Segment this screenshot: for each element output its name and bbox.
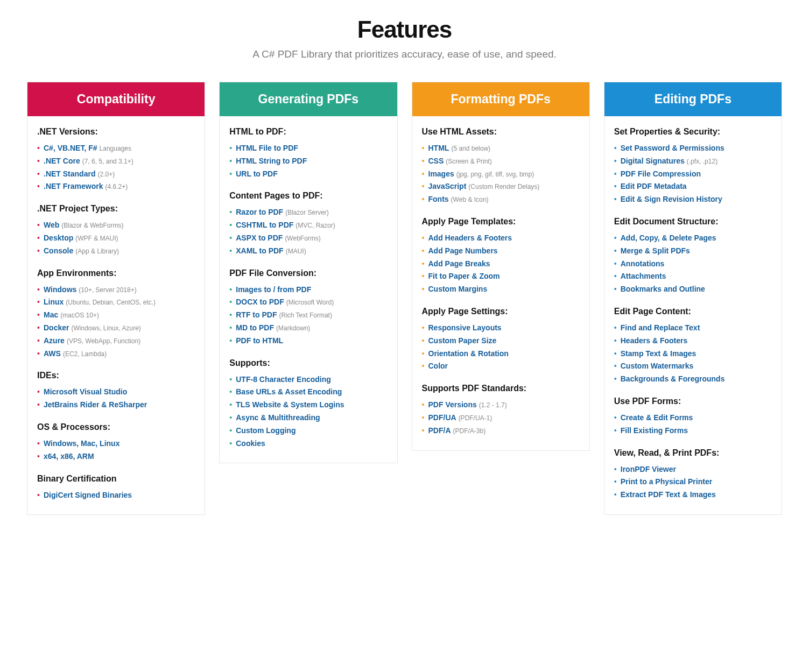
list-item: Razor to PDF(Blazor Server) [229,206,387,219]
feature-link[interactable]: Custom Watermarks [621,362,694,370]
feature-link[interactable]: JetBrains Rider & ReSharper [44,400,147,409]
feature-link[interactable]: Windows [44,285,76,294]
feature-link[interactable]: Microsoft Visual Studio [44,387,127,396]
feature-link[interactable]: Color [428,362,448,370]
feature-link[interactable]: UTF-8 Character Encoding [236,375,331,384]
feature-link[interactable]: CSHTML to PDF [236,221,293,229]
feature-link[interactable]: Add Page Breaks [428,259,490,268]
list-item: Merge & Split PDFs [614,245,772,258]
feature-link[interactable]: DOCX to PDF [236,298,284,306]
feature-link[interactable]: PDF to HTML [236,336,283,345]
feature-link[interactable]: PDF/A [428,426,451,435]
feature-link[interactable]: ASPX to PDF [236,234,283,242]
feature-link[interactable]: Attachments [621,272,666,280]
feature-link[interactable]: Orientation & Rotation [428,349,509,358]
list-item: x64, x86, ARM [37,450,195,463]
feature-link[interactable]: Custom Logging [236,426,296,435]
list-item: MD to PDF(Markdown) [229,322,387,335]
feature-link[interactable]: Headers & Footers [621,336,687,345]
feature-link[interactable]: Mac [44,310,58,319]
feature-link[interactable]: HTML String to PDF [236,157,307,165]
feature-link[interactable]: C#, VB.NET, F# [44,144,97,152]
feature-link[interactable]: XAML to PDF [236,246,283,255]
feature-link[interactable]: RTF to PDF [236,310,277,319]
list-item: Images to / from PDF [229,284,387,296]
feature-link[interactable]: Fit to Paper & Zoom [428,272,500,280]
feature-list: Add, Copy, & Delete PagesMerge & Split P… [614,232,772,296]
feature-link[interactable]: PDF File Compression [621,169,701,178]
feature-link[interactable]: Custom Margins [428,285,488,293]
list-item: CSS(Screen & Print) [422,155,580,168]
feature-link[interactable]: JavaScript [428,182,467,190]
feature-link[interactable]: IronPDF Viewer [621,465,676,473]
feature-link[interactable]: .NET Core [44,157,80,165]
list-item: Stamp Text & Images [614,348,772,360]
feature-note: (4.6.2+) [105,183,128,190]
list-item: HTML String to PDF [229,155,387,168]
feature-link[interactable]: MD to PDF [236,323,274,332]
feature-link[interactable]: Fill Existing Forms [621,426,688,435]
feature-column: Formatting PDFsUse HTML Assets:HTML(5 an… [412,82,590,451]
list-item: XAML to PDF(MAUI) [229,245,387,258]
feature-link[interactable]: Find and Replace Text [621,323,700,332]
feature-note: (WPF & MAUI) [75,235,118,242]
feature-link[interactable]: Razor to PDF [236,208,283,216]
feature-link[interactable]: x64, x86, ARM [44,452,94,461]
feature-link[interactable]: .NET Framework [44,182,103,190]
feature-link[interactable]: Azure [44,336,65,345]
feature-link[interactable]: Console [44,246,73,255]
column-body: .NET Versions:C#, VB.NET, F#Languages.NE… [27,116,205,514]
feature-link[interactable]: Edit PDF Metadata [621,182,687,190]
feature-list: Web(Blazor & WebForms)Desktop(WPF & MAUI… [37,219,195,257]
feature-link[interactable]: Print to a Physical Printer [621,477,712,486]
feature-link[interactable]: Images to / from PDF [236,285,311,294]
feature-link[interactable]: Backgrounds & Foregrounds [621,374,725,383]
feature-link[interactable]: Async & Multithreading [236,413,320,422]
feature-link[interactable]: Add Page Numbers [428,246,498,255]
section-title: .NET Versions: [37,127,195,137]
feature-list: Set Password & PermissionsDigital Signat… [614,142,772,206]
feature-link[interactable]: Digital Signatures [621,157,685,165]
feature-link[interactable]: Add, Copy, & Delete Pages [621,234,716,242]
feature-link[interactable]: Responsive Layouts [428,323,502,332]
list-item: Find and Replace Text [614,322,772,335]
list-item: C#, VB.NET, F#Languages [37,142,195,155]
feature-link[interactable]: Web [44,221,59,229]
feature-link[interactable]: Merge & Split PDFs [621,246,690,255]
feature-note: (10+, Server 2018+) [79,286,136,294]
list-item: Console(App & Library) [37,245,195,258]
feature-link[interactable]: AWS [44,349,61,358]
feature-link[interactable]: Desktop [44,234,73,242]
feature-link[interactable]: CSS [428,157,444,165]
feature-link[interactable]: Create & Edit Forms [621,413,693,422]
feature-link[interactable]: Cookies [236,439,265,448]
feature-link[interactable]: Windows, Mac, Linux [44,439,119,448]
feature-link[interactable]: Edit & Sign Revision History [621,195,722,203]
feature-link[interactable]: Annotations [621,259,665,268]
feature-link[interactable]: URL to PDF [236,169,278,178]
feature-link[interactable]: Base URLs & Asset Encoding [236,387,342,396]
feature-link[interactable]: Bookmarks and Outline [621,285,705,293]
feature-link[interactable]: Docker [44,323,69,332]
feature-link[interactable]: Set Password & Permissions [621,144,724,152]
list-item: Web(Blazor & WebForms) [37,219,195,232]
feature-link[interactable]: Custom Paper Size [428,336,497,345]
feature-link[interactable]: PDF/UA [428,413,456,422]
feature-link[interactable]: PDF Versions [428,400,477,409]
feature-link[interactable]: Images [428,169,454,178]
column-body: Use HTML Assets:HTML(5 and below)CSS(Scr… [412,116,589,450]
feature-link[interactable]: Linux [44,298,64,306]
feature-note: (Blazor Server) [285,209,329,216]
feature-link[interactable]: TLS Website & System Logins [236,400,344,409]
feature-link[interactable]: Extract PDF Text & Images [621,490,716,499]
list-item: Digital Signatures(.pfx, .p12) [614,155,772,168]
feature-link[interactable]: Stamp Text & Images [621,349,697,358]
feature-link[interactable]: HTML [428,144,449,152]
feature-link[interactable]: DigiCert Signed Binaries [44,491,132,499]
feature-link[interactable]: .NET Standard [44,169,95,178]
feature-link[interactable]: HTML File to PDF [236,144,298,152]
feature-link[interactable]: Add Headers & Footers [428,234,512,242]
feature-link[interactable]: Fonts [428,195,449,203]
feature-list: IronPDF ViewerPrint to a Physical Printe… [614,463,772,501]
list-item: Cookies [229,437,387,450]
